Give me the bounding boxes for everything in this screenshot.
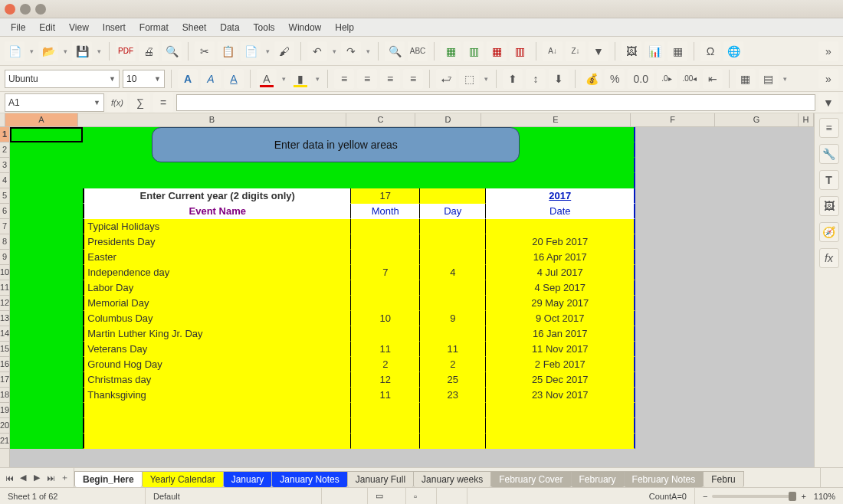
event-name[interactable]: Memorial Day [83,296,351,311]
cell-A14[interactable] [10,326,83,342]
cell-A6[interactable] [10,204,83,219]
event-name[interactable]: Veterans Day [83,342,351,357]
cell-F8[interactable] [635,234,720,250]
event-month[interactable]: 2 [351,357,420,372]
event-name[interactable]: Typical Holidays [83,219,351,234]
cell-A21[interactable] [10,434,83,449]
event-month[interactable] [351,219,420,234]
indent-dec-icon[interactable]: ⇤ [703,69,723,89]
cell-G20[interactable] [720,418,803,434]
event-day[interactable] [420,219,486,234]
cell-G17[interactable] [720,372,803,388]
highlight-color-icon[interactable]: ▮ [290,69,310,89]
cell-H13[interactable] [803,311,814,326]
row-header-10[interactable]: 10 [0,265,9,280]
event-day[interactable] [420,296,486,311]
cell-D21[interactable] [420,434,486,449]
event-day[interactable]: 2 [420,357,486,372]
cell-F15[interactable] [635,342,720,357]
number-format-icon[interactable]: 0.0 [628,69,653,89]
cell-F3[interactable] [635,158,720,173]
event-date[interactable]: 4 Sep 2017 [486,280,635,296]
event-name[interactable]: Easter [83,250,351,265]
borders-icon[interactable]: ▦ [736,69,756,89]
redo-icon[interactable]: ↷ [341,41,361,61]
cell-H10[interactable] [803,265,814,280]
tab-first-icon[interactable]: ⏮ [3,472,15,484]
cell-H9[interactable] [803,250,814,265]
cell-H14[interactable] [803,326,814,342]
col-header-A[interactable]: A [5,113,78,126]
cell-H8[interactable] [803,234,814,250]
row-header-13[interactable]: 13 [0,311,9,326]
cell-C21[interactable] [351,434,420,449]
event-date[interactable]: 23 Nov 2017 [486,388,635,403]
window-minimize-icon[interactable] [20,4,31,15]
cut-icon[interactable]: ✂ [195,41,215,61]
event-date[interactable]: 16 Apr 2017 [486,250,635,265]
cond-format-icon[interactable]: ▤ [759,69,779,89]
navigator-icon[interactable]: 🧭 [819,222,839,242]
cell-H6[interactable] [803,204,814,219]
cell-F18[interactable] [635,388,720,403]
menu-insert[interactable]: Insert [97,21,132,34]
cell-A13[interactable] [10,311,83,326]
event-date[interactable]: 2 Feb 2017 [486,357,635,372]
header-year2[interactable]: 17 [351,188,420,204]
event-date[interactable]: 16 Jan 2017 [486,326,635,342]
sheet-tab[interactable]: January Notes [271,471,347,487]
cell-G15[interactable] [720,342,803,357]
formula-expand-icon[interactable]: ▼ [818,93,838,113]
functions-icon[interactable]: fx [819,248,839,268]
spellcheck-icon[interactable]: ABC [408,41,428,61]
event-day[interactable]: 23 [420,388,486,403]
event-month[interactable] [351,250,420,265]
event-day[interactable]: 4 [420,265,486,280]
open-icon[interactable]: 📂 [38,41,58,61]
cell-H2[interactable] [803,142,814,158]
cell-F10[interactable] [635,265,720,280]
event-name[interactable]: Thanksgiving [83,388,351,403]
cell-D4[interactable] [420,173,486,188]
cell-F9[interactable] [635,250,720,265]
cell-G11[interactable] [720,280,803,296]
zoom-out-icon[interactable]: − [703,492,707,501]
event-name[interactable]: Christmas day [83,372,351,388]
row-header-19[interactable]: 19 [0,403,9,418]
status-sum[interactable]: CountA=0 [467,488,695,504]
event-date[interactable]: 9 Oct 2017 [486,311,635,326]
font-size-combo[interactable]: 10 ▼ [123,70,165,88]
zoom-value[interactable]: 110% [814,492,835,501]
hyperlink-icon[interactable]: 🌐 [723,41,743,61]
sheet-tab[interactable]: January [223,471,273,487]
cell-G12[interactable] [720,296,803,311]
event-name[interactable]: Martin Luther King Jr. Day [83,326,351,342]
sheet-tab[interactable]: February Cover [490,471,571,487]
cell-G21[interactable] [720,434,803,449]
cell-A19[interactable] [10,403,83,418]
header-event[interactable]: Event Name [83,204,351,219]
row-header-14[interactable]: 14 [0,326,9,342]
menu-help[interactable]: Help [329,21,360,34]
fmt-overflow-icon[interactable]: » [818,69,838,89]
save-icon[interactable]: 💾 [72,41,92,61]
cell-G6[interactable] [720,204,803,219]
cell-A17[interactable] [10,372,83,388]
event-day[interactable]: 25 [420,372,486,388]
cell-H11[interactable] [803,280,814,296]
event-date[interactable]: 20 Feb 2017 [486,234,635,250]
wrap-text-icon[interactable]: ⮐ [436,69,456,89]
pivot-icon[interactable]: ▦ [668,41,687,61]
cell-E20[interactable] [486,418,635,434]
status-insert-mode[interactable]: ▭ [368,488,406,504]
status-selection-mode[interactable]: ▫ [406,488,437,504]
col-delete-icon[interactable]: ▥ [510,41,530,61]
tab-next-icon[interactable]: ▶ [31,472,43,484]
cell-G16[interactable] [720,357,803,372]
event-month[interactable]: 11 [351,388,420,403]
cell-H1[interactable] [803,127,814,142]
cell-A18[interactable] [10,388,83,403]
cell-E21[interactable] [486,434,635,449]
event-date[interactable]: 25 Dec 2017 [486,372,635,388]
sidebar-settings-icon[interactable]: ≡ [819,118,839,138]
